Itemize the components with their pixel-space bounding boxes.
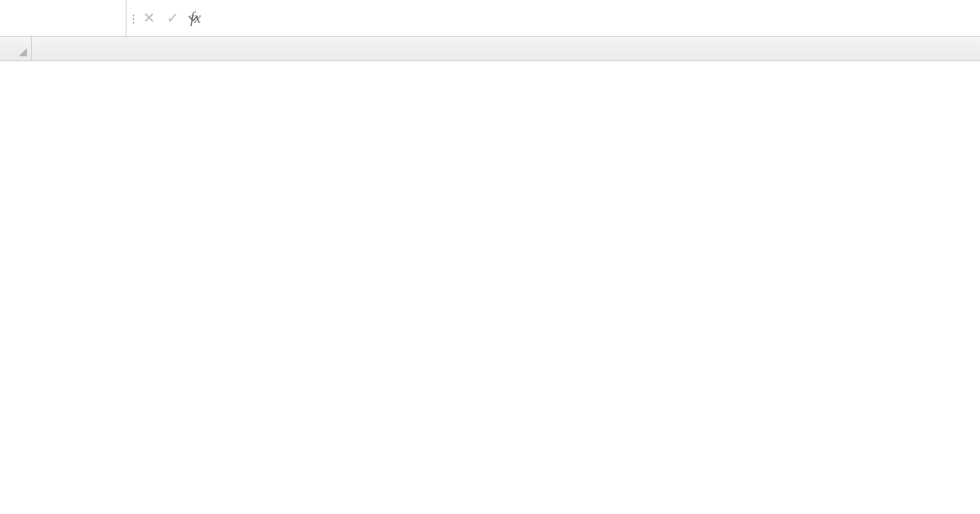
chevron-down-icon[interactable]	[183, 13, 207, 24]
name-box[interactable]	[10, 10, 183, 26]
select-all-button[interactable]	[0, 37, 32, 60]
column-headers	[0, 37, 980, 61]
formula-input[interactable]	[209, 0, 980, 36]
name-box-wrap	[0, 0, 127, 36]
formula-bar: ⋮ ✕ ✓ fx	[0, 0, 980, 37]
